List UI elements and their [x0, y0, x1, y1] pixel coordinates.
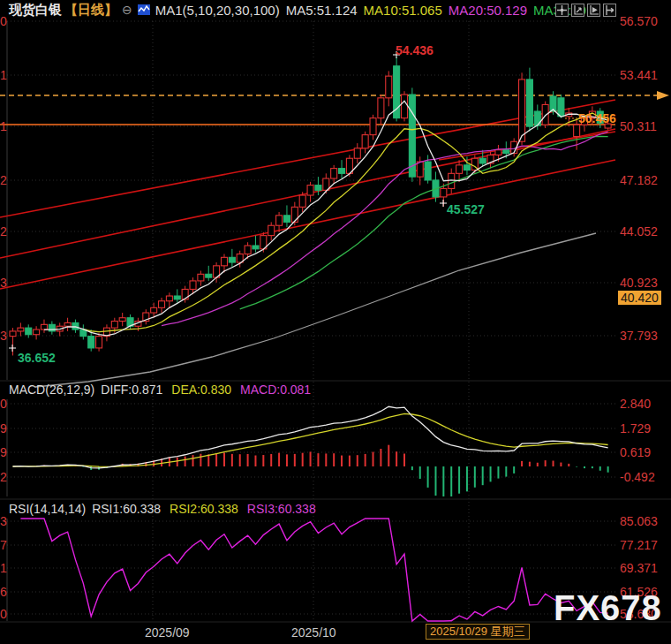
- date-axis-highlight: 2025/10/29 星期三: [426, 624, 530, 640]
- candle: [49, 324, 55, 331]
- pan-right-icon[interactable]: [603, 4, 616, 17]
- candle: [253, 246, 259, 249]
- date-axis-label: 2025/10: [291, 625, 336, 640]
- candle: [96, 337, 102, 348]
- candle: [425, 162, 431, 180]
- candle: [190, 281, 196, 290]
- rsi-axis-label: 77.217: [620, 538, 658, 552]
- candle: [378, 98, 384, 118]
- ma20-value: MA20:50.129: [449, 3, 527, 18]
- candle: [479, 158, 486, 163]
- candle: [519, 80, 525, 141]
- price-axis-label: 50.311: [620, 119, 657, 133]
- candle: [417, 162, 423, 177]
- rsi3-value: RSI3:60.338: [247, 502, 316, 516]
- macd-macd-value: MACD:0.081: [240, 383, 311, 397]
- candle: [495, 150, 501, 155]
- rsi-axis-label: 85.063: [620, 514, 658, 528]
- left-axis-digit: 1: [0, 119, 8, 133]
- price-axis-label: 44.052: [620, 224, 658, 239]
- left-axis-digit: 2: [0, 173, 8, 187]
- candle: [574, 125, 580, 136]
- candle: [386, 76, 392, 98]
- candle: [174, 296, 180, 299]
- candle: [558, 98, 564, 117]
- rsi-title: RSI(14,14,14): [9, 502, 86, 516]
- symbol-name: 现货白银: [9, 2, 62, 19]
- candle: [72, 322, 79, 330]
- rsi-line: [20, 519, 607, 621]
- rsi2-value: RSI2:60.338: [170, 502, 238, 516]
- rsi1-value: RSI1:60.338: [92, 502, 161, 516]
- left-axis-digit: 0: [0, 607, 8, 621]
- left-axis-digit: 2: [0, 470, 8, 484]
- macd-axis-label: 0.619: [620, 445, 651, 459]
- candle: [10, 331, 16, 337]
- left-axis-digit: 6: [0, 585, 8, 599]
- price-axis-label: 40.923: [620, 276, 658, 290]
- candle: [362, 135, 368, 148]
- candle: [151, 307, 157, 313]
- candle: [441, 188, 447, 197]
- axis-play-icon[interactable]: [587, 4, 600, 17]
- chart-canvas[interactable]: [0, 0, 671, 644]
- candle: [291, 207, 298, 222]
- left-axis-digit: 2: [0, 224, 8, 239]
- ma-settings-label: MA1(5,10,20,30,100): [155, 3, 280, 18]
- candle: [245, 246, 251, 254]
- left-axis-digit: 3: [0, 276, 8, 290]
- mini-chart-icon: [138, 4, 150, 16]
- candle: [456, 165, 463, 174]
- left-axis-digit: 9: [0, 445, 8, 459]
- macd-dea-value: DEA:0.830: [171, 383, 231, 397]
- move-crosshair-icon[interactable]: [555, 4, 569, 17]
- collapse-icon[interactable]: ⊖: [122, 3, 132, 17]
- candle: [206, 274, 212, 277]
- left-axis-digit: 0: [0, 397, 8, 411]
- macd-axis-label: 1.729: [620, 421, 651, 436]
- left-axis-digit: 9: [0, 421, 8, 436]
- candle: [464, 165, 470, 170]
- price-axis-label: 53.441: [620, 68, 658, 82]
- alert-arrow-icon: [657, 91, 669, 100]
- left-axis-digit: 1: [0, 68, 8, 82]
- candle: [268, 225, 275, 235]
- left-axis-digit: 1: [0, 561, 8, 575]
- candle: [198, 274, 204, 281]
- candle: [64, 322, 71, 326]
- price-axis-label: 37.793: [620, 329, 658, 343]
- watermark: FX678: [554, 588, 662, 628]
- candle: [354, 148, 360, 158]
- candle: [159, 301, 165, 308]
- candle: [283, 216, 290, 223]
- macd-axis-label: 2.840: [620, 397, 651, 411]
- chart-window: 现货白银 【日线】 ⊖ MA1(5,10,20,30,100) MA5:51.1…: [0, 0, 671, 644]
- left-axis-digit: 7: [0, 538, 8, 552]
- price-annotation: 45.527: [447, 202, 485, 216]
- macd-axis-label: -0.492: [620, 470, 655, 484]
- candle: [542, 104, 548, 125]
- candle: [119, 318, 125, 322]
- candle: [307, 186, 313, 195]
- price-annotation: 36.652: [18, 351, 56, 365]
- candle: [503, 150, 509, 154]
- price-axis-highlight: 40.420: [618, 291, 661, 305]
- chart-toolbar: [555, 4, 616, 17]
- candle: [26, 328, 32, 335]
- candle: [370, 118, 376, 135]
- macd-header: MACD(26,12,9) DIFF:0.871 DEA:0.830 MACD:…: [0, 382, 311, 398]
- candle: [111, 322, 117, 329]
- axis-zoom-in-icon[interactable]: [571, 4, 584, 17]
- candle: [449, 173, 455, 188]
- ma10-value: MA10:51.065: [364, 3, 442, 18]
- candle: [315, 186, 321, 191]
- last-price-badge: 50.456: [578, 111, 616, 125]
- candle: [402, 95, 408, 118]
- trendline[interactable]: [0, 160, 615, 289]
- ma20-line: [162, 132, 608, 326]
- candle: [331, 169, 337, 178]
- candle: [166, 296, 172, 301]
- period-label: 【日线】: [64, 2, 117, 19]
- candle: [221, 257, 227, 266]
- price-axis-label: 47.182: [620, 173, 658, 187]
